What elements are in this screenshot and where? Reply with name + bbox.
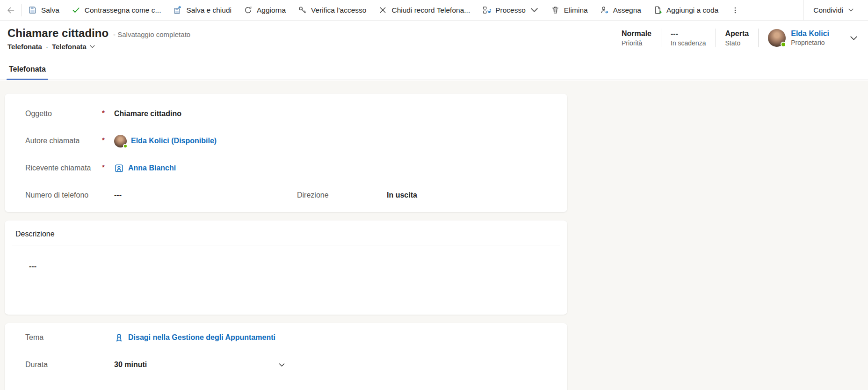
owner-name-link[interactable]: Elda Kolici xyxy=(791,29,829,38)
record-header-fields: Normale Priorità --- In scadenza Aperta … xyxy=(612,29,861,47)
ricevente-chiamata-link[interactable]: Anna Bianchi xyxy=(128,164,176,172)
caller-avatar xyxy=(114,135,127,147)
durata-dropdown[interactable]: 30 minuti xyxy=(114,361,285,369)
save-button[interactable]: Salva xyxy=(22,0,65,20)
page-title: Chiamare cittadino xyxy=(7,27,108,40)
status-label: Stato xyxy=(725,39,749,47)
save-icon xyxy=(28,6,37,15)
header-expand-button[interactable] xyxy=(849,33,859,43)
owner-field: Elda Kolici Proprietario xyxy=(759,29,833,47)
refresh-button[interactable]: Aggiorna xyxy=(238,0,292,20)
oggetto-value[interactable]: Chiamare cittadino xyxy=(114,110,181,118)
field-direzione: Direzione In uscita xyxy=(297,191,417,199)
presence-available-icon xyxy=(123,144,128,148)
required-spacer xyxy=(102,194,114,197)
required-spacer xyxy=(102,336,114,339)
chevron-down-icon xyxy=(849,33,859,43)
autore-chiamata-label: Autore chiamata xyxy=(25,137,102,145)
close-record-label: Chiudi record Telefona... xyxy=(391,6,470,15)
chevron-down-icon xyxy=(530,6,539,15)
tab-telefonata[interactable]: Telefonata xyxy=(7,65,47,80)
delete-button[interactable]: Elimina xyxy=(545,0,594,20)
required-marker: * xyxy=(102,163,114,174)
main-fields-card: Oggetto * Chiamare cittadino Autore chia… xyxy=(5,94,567,212)
tab-bar: Telefonata xyxy=(0,60,868,80)
check-access-button[interactable]: Verifica l'accesso xyxy=(292,0,372,20)
more-commands-button[interactable] xyxy=(724,0,746,20)
durata-value: 30 minuti xyxy=(114,361,147,369)
field-ricevente-chiamata: Ricevente chiamata * Anna Bianchi xyxy=(5,155,567,182)
field-numero-telefono: Numero di telefono --- xyxy=(25,191,297,199)
numero-telefono-label: Numero di telefono xyxy=(25,191,102,199)
refresh-icon xyxy=(244,6,253,15)
descrizione-section-title: Descrizione xyxy=(13,227,559,245)
required-marker: * xyxy=(102,109,114,119)
status-field: Aperta Stato xyxy=(716,29,759,47)
section-divider xyxy=(12,245,560,245)
process-label: Processo xyxy=(495,6,526,15)
add-to-queue-label: Aggiungi a coda xyxy=(666,6,718,15)
chevron-down-icon xyxy=(278,361,285,368)
process-icon xyxy=(482,6,491,15)
field-oggetto: Oggetto * Chiamare cittadino xyxy=(5,100,567,127)
back-button[interactable] xyxy=(0,0,22,20)
trash-icon xyxy=(551,6,560,15)
assign-button[interactable]: Assegna xyxy=(594,0,647,20)
breadcrumb: Telefonata · Telefonata xyxy=(7,43,190,51)
refresh-label: Aggiorna xyxy=(257,6,286,15)
presence-available-icon xyxy=(781,42,786,47)
priority-value: Normale xyxy=(622,29,651,38)
more-vertical-icon xyxy=(731,7,739,14)
check-access-label: Verifica l'accesso xyxy=(311,6,366,15)
mark-complete-label: Contrassegna come c... xyxy=(85,6,161,15)
direzione-value[interactable]: In uscita xyxy=(387,191,417,199)
process-button[interactable]: Processo xyxy=(476,0,545,20)
save-button-label: Salva xyxy=(41,6,59,15)
checkmark-icon xyxy=(72,6,80,15)
tema-link[interactable]: Disagi nella Gestione degli Appuntamenti xyxy=(128,333,275,342)
autore-chiamata-link[interactable]: Elda Kolici (Disponibile) xyxy=(131,137,217,145)
direzione-label: Direzione xyxy=(297,191,387,199)
mark-complete-button[interactable]: Contrassegna come c... xyxy=(65,0,167,20)
key-icon xyxy=(298,6,307,15)
form-content: Oggetto * Chiamare cittadino Autore chia… xyxy=(0,81,868,390)
owner-avatar[interactable] xyxy=(768,29,786,47)
priority-label: Priorità xyxy=(622,39,651,47)
field-autore-chiamata: Autore chiamata * Elda Kolici (Disponibi… xyxy=(5,127,567,155)
descrizione-card: Descrizione --- xyxy=(5,221,567,315)
details-card: Tema Disagi nella Gestione degli Appunta… xyxy=(5,323,567,390)
form-selector-label: Telefonata xyxy=(52,43,87,51)
status-value: Aperta xyxy=(725,29,749,38)
add-to-queue-button[interactable]: Aggiungi a coda xyxy=(647,0,724,20)
descrizione-value[interactable]: --- xyxy=(29,262,559,271)
field-tema: Tema Disagi nella Gestione degli Appunta… xyxy=(5,324,567,351)
record-header-left: Chiamare cittadino - Salvataggio complet… xyxy=(7,27,190,51)
due-date-value: --- xyxy=(671,29,706,38)
form-selector[interactable]: Telefonata xyxy=(52,43,95,51)
subject-ribbon-icon xyxy=(114,333,124,343)
command-bar: Salva Contrassegna come c... Salva e chi… xyxy=(0,0,868,21)
close-record-button[interactable]: Chiudi record Telefona... xyxy=(372,0,476,20)
share-button[interactable]: Condividi xyxy=(804,0,862,20)
tema-label: Tema xyxy=(25,333,102,342)
record-header: Chiamare cittadino - Salvataggio complet… xyxy=(0,21,868,60)
breadcrumb-entity: Telefonata xyxy=(7,43,42,51)
add-to-queue-icon xyxy=(653,6,662,15)
durata-label: Durata xyxy=(25,361,102,369)
save-and-close-button[interactable]: Salva e chiudi xyxy=(167,0,238,20)
chevron-down-icon xyxy=(89,44,95,50)
field-durata: Durata 30 minuti xyxy=(5,351,567,378)
assign-person-icon xyxy=(600,6,609,15)
contact-icon xyxy=(114,163,124,173)
chevron-down-icon xyxy=(848,7,854,13)
delete-label: Elimina xyxy=(564,6,588,15)
ricevente-chiamata-label: Ricevente chiamata xyxy=(25,164,102,172)
priority-field: Normale Priorità xyxy=(612,29,661,47)
oggetto-label: Oggetto xyxy=(25,110,102,118)
share-label: Condividi xyxy=(813,6,843,15)
save-and-close-icon xyxy=(173,6,182,15)
assign-label: Assegna xyxy=(613,6,641,15)
numero-telefono-value[interactable]: --- xyxy=(114,191,122,199)
required-spacer xyxy=(102,363,114,366)
save-and-close-label: Salva e chiudi xyxy=(186,6,231,15)
